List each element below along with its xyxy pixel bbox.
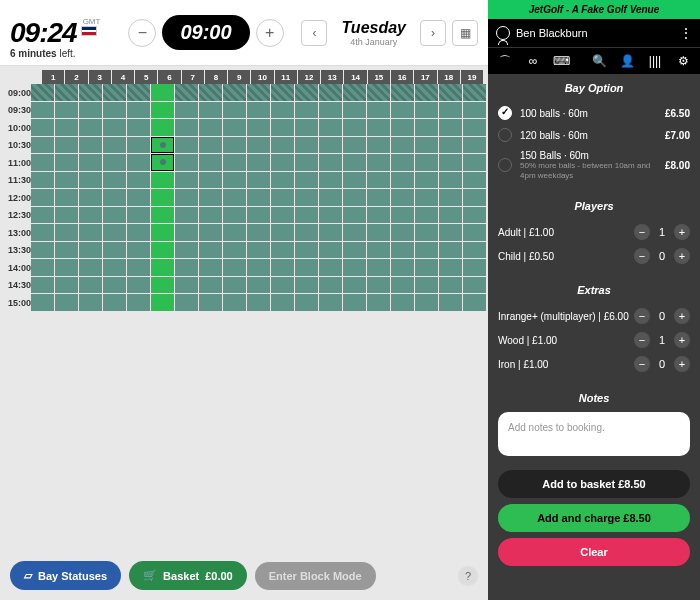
grid-cell[interactable] bbox=[151, 242, 174, 259]
grid-cell[interactable] bbox=[391, 242, 414, 259]
grid-cell[interactable] bbox=[103, 259, 126, 276]
grid-cell[interactable] bbox=[247, 102, 270, 119]
grid-cell[interactable] bbox=[463, 172, 486, 189]
notes-input[interactable]: Add notes to booking. bbox=[498, 412, 690, 456]
grid-cell[interactable] bbox=[295, 154, 318, 171]
grid-cell[interactable] bbox=[151, 294, 174, 311]
grid-cell[interactable] bbox=[367, 154, 390, 171]
grid-cell[interactable] bbox=[103, 172, 126, 189]
grid-cell[interactable] bbox=[151, 154, 174, 171]
grid-cell[interactable] bbox=[415, 224, 438, 241]
grid-cell[interactable] bbox=[391, 119, 414, 136]
qty-minus-button[interactable]: − bbox=[634, 356, 650, 372]
grid-cell[interactable] bbox=[199, 242, 222, 259]
grid-cell[interactable] bbox=[391, 102, 414, 119]
grid-cell[interactable] bbox=[271, 259, 294, 276]
date-prev-button[interactable]: ‹ bbox=[301, 20, 327, 46]
grid-cell[interactable] bbox=[271, 277, 294, 294]
grid-cell[interactable] bbox=[103, 242, 126, 259]
grid-cell[interactable] bbox=[367, 84, 390, 101]
grid-cell[interactable] bbox=[271, 294, 294, 311]
grid-cell[interactable] bbox=[247, 294, 270, 311]
grid-cell[interactable] bbox=[103, 84, 126, 101]
grid-cell[interactable] bbox=[295, 277, 318, 294]
grid-cell[interactable] bbox=[439, 84, 462, 101]
grid-cell[interactable] bbox=[271, 102, 294, 119]
grid-cell[interactable] bbox=[463, 102, 486, 119]
grid-cell[interactable] bbox=[31, 242, 54, 259]
grid-cell[interactable] bbox=[415, 242, 438, 259]
grid-cell[interactable] bbox=[295, 294, 318, 311]
grid-cell[interactable] bbox=[103, 277, 126, 294]
grid-cell[interactable] bbox=[343, 154, 366, 171]
grid-cell[interactable] bbox=[79, 259, 102, 276]
grid-cell[interactable] bbox=[439, 242, 462, 259]
grid-cell[interactable] bbox=[127, 189, 150, 206]
grid-cell[interactable] bbox=[295, 189, 318, 206]
grid-cell[interactable] bbox=[31, 172, 54, 189]
grid-cell[interactable] bbox=[295, 137, 318, 154]
qty-plus-button[interactable]: + bbox=[674, 356, 690, 372]
grid-cell[interactable] bbox=[127, 102, 150, 119]
grid-cell[interactable] bbox=[439, 224, 462, 241]
grid-cell[interactable] bbox=[271, 224, 294, 241]
grid-cell[interactable] bbox=[79, 137, 102, 154]
search-icon[interactable]: 🔍 bbox=[590, 54, 608, 68]
grid-cell[interactable] bbox=[79, 224, 102, 241]
grid-cell[interactable] bbox=[199, 189, 222, 206]
qty-plus-button[interactable]: + bbox=[674, 308, 690, 324]
grid-cell[interactable] bbox=[271, 119, 294, 136]
grid-cell[interactable] bbox=[127, 277, 150, 294]
grid-cell[interactable] bbox=[199, 224, 222, 241]
grid-cell[interactable] bbox=[175, 207, 198, 224]
grid-cell[interactable] bbox=[55, 259, 78, 276]
grid-cell[interactable] bbox=[391, 294, 414, 311]
grid-cell[interactable] bbox=[439, 207, 462, 224]
grid-cell[interactable] bbox=[31, 224, 54, 241]
grid-cell[interactable] bbox=[295, 84, 318, 101]
grid-cell[interactable] bbox=[31, 137, 54, 154]
grid-cell[interactable] bbox=[319, 207, 342, 224]
grid-cell[interactable] bbox=[199, 119, 222, 136]
block-mode-button[interactable]: Enter Block Mode bbox=[255, 562, 376, 590]
grid-cell[interactable] bbox=[175, 294, 198, 311]
grid-cell[interactable] bbox=[343, 189, 366, 206]
grid-cell[interactable] bbox=[223, 224, 246, 241]
grid-cell[interactable] bbox=[31, 154, 54, 171]
grid-cell[interactable] bbox=[367, 277, 390, 294]
grid-cell[interactable] bbox=[415, 137, 438, 154]
grid-cell[interactable] bbox=[415, 294, 438, 311]
grid-cell[interactable] bbox=[103, 294, 126, 311]
grid-cell[interactable] bbox=[439, 154, 462, 171]
grid-cell[interactable] bbox=[55, 137, 78, 154]
grid-cell[interactable] bbox=[319, 242, 342, 259]
keyboard-icon[interactable]: ⌨ bbox=[552, 54, 570, 68]
grid-cell[interactable] bbox=[127, 207, 150, 224]
grid-cell[interactable] bbox=[55, 224, 78, 241]
grid-cell[interactable] bbox=[343, 259, 366, 276]
grid-cell[interactable] bbox=[415, 207, 438, 224]
grid-cell[interactable] bbox=[391, 277, 414, 294]
grid-cell[interactable] bbox=[439, 119, 462, 136]
goggles-icon[interactable]: ∞ bbox=[524, 54, 542, 68]
time-minus-button[interactable]: − bbox=[128, 19, 156, 47]
grid-cell[interactable] bbox=[367, 207, 390, 224]
grid-cell[interactable] bbox=[319, 224, 342, 241]
grid-cell[interactable] bbox=[415, 119, 438, 136]
grid-cell[interactable] bbox=[247, 172, 270, 189]
cap-icon[interactable]: ⌒ bbox=[496, 54, 514, 68]
grid-cell[interactable] bbox=[79, 172, 102, 189]
grid-cell[interactable] bbox=[55, 277, 78, 294]
grid-cell[interactable] bbox=[343, 119, 366, 136]
barcode-icon[interactable]: |||| bbox=[646, 54, 664, 68]
grid-cell[interactable] bbox=[175, 224, 198, 241]
grid-cell[interactable] bbox=[367, 259, 390, 276]
grid-cell[interactable] bbox=[295, 224, 318, 241]
grid-cell[interactable] bbox=[79, 102, 102, 119]
grid-cell[interactable] bbox=[199, 154, 222, 171]
grid-cell[interactable] bbox=[247, 137, 270, 154]
grid-cell[interactable] bbox=[295, 207, 318, 224]
grid-cell[interactable] bbox=[415, 189, 438, 206]
grid-cell[interactable] bbox=[127, 224, 150, 241]
grid-cell[interactable] bbox=[463, 294, 486, 311]
